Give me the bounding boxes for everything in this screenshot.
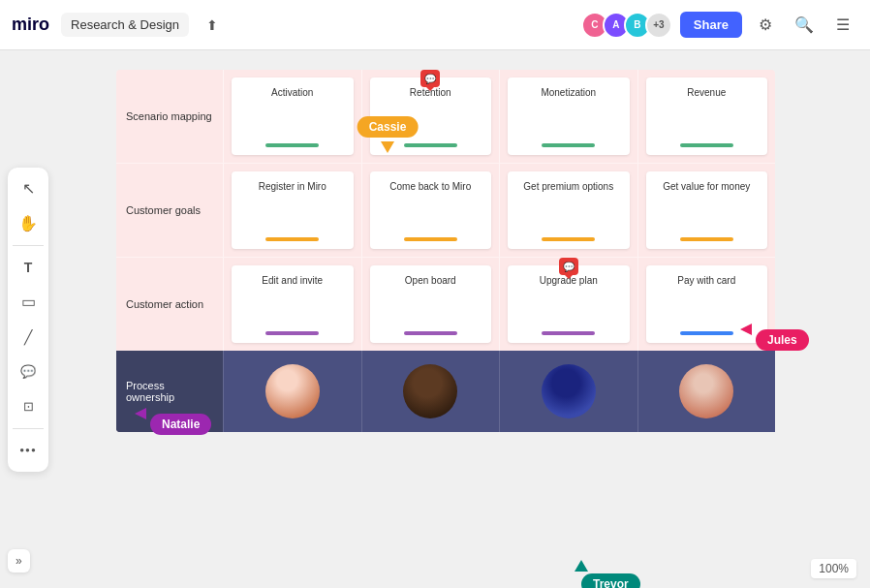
sticky-bar <box>542 331 595 335</box>
cell-action-1: Open board <box>361 258 500 351</box>
owner-avatar-1 <box>265 364 320 418</box>
sticky-tool[interactable]: ▭ <box>13 287 44 318</box>
cell-scenario-2: Monetization <box>499 70 637 163</box>
cursor-arrow-trevor <box>575 560 588 572</box>
row-customer-goals: Customer goals Register in Miro Come bac… <box>116 164 775 257</box>
sticky-edit[interactable]: Edit and invite <box>232 265 354 343</box>
settings-button[interactable]: ⚙ <box>750 10 781 41</box>
owner-avatar-3 <box>542 364 596 418</box>
comment-icon: 💬 <box>559 258 578 275</box>
sticky-revenue[interactable]: Revenue <box>646 77 768 155</box>
share-button[interactable]: Share <box>680 12 742 38</box>
menu-button[interactable]: ☰ <box>827 10 858 41</box>
cell-scenario-3: Revenue <box>637 70 776 163</box>
sticky-text: Register in Miro <box>259 181 326 192</box>
sticky-text: Get value for money <box>663 181 750 192</box>
owner-cell-2 <box>499 351 637 432</box>
owner-avatar-4 <box>679 364 733 418</box>
sticky-value[interactable]: Get value for money <box>646 171 768 249</box>
collaborators-avatars: C A B +3 <box>581 12 672 39</box>
cursor-label-natalie: Natalie <box>150 414 211 435</box>
cell-action-3: Pay with card <box>637 258 776 351</box>
cursor-label-cassie: Cassie <box>357 116 419 138</box>
canvas[interactable]: ↖ ✋ T ▭ ╱ 💬 ⊡ ●●● » Scenario mapping Act… <box>0 50 870 588</box>
cell-action-0: Edit and invite <box>223 258 361 351</box>
sticky-upgrade[interactable]: 💬 Upgrade plan <box>508 265 630 343</box>
sticky-text: Revenue <box>687 87 726 98</box>
board-title-button[interactable]: Research & Design <box>61 13 189 37</box>
cells-goals: Register in Miro Come back to Miro Get p… <box>223 164 775 257</box>
sticky-premium[interactable]: Get premium options <box>508 171 630 249</box>
sticky-register[interactable]: Register in Miro <box>232 171 354 249</box>
owner-cell-3 <box>637 351 776 432</box>
more-tools-button[interactable]: ●●● <box>13 435 44 466</box>
comment-icon: 💬 <box>420 70 440 87</box>
row-scenario-mapping: Scenario mapping Activation 💬 Retention <box>116 70 775 163</box>
cells-process <box>223 351 775 432</box>
left-toolbar: ↖ ✋ T ▭ ╱ 💬 ⊡ ●●● <box>8 168 48 472</box>
sticky-activation[interactable]: Activation <box>232 77 354 155</box>
row-process-ownership: Process ownership <box>116 351 775 432</box>
comment-tool[interactable]: 💬 <box>13 356 44 387</box>
sticky-bar <box>404 143 457 147</box>
sticky-comeback[interactable]: Come back to Miro <box>370 171 492 249</box>
sticky-openboard[interactable]: Open board <box>370 265 492 343</box>
row-label-scenario: Scenario mapping <box>116 70 223 163</box>
cursor-label-trevor: Trevor <box>581 573 640 588</box>
upload-button[interactable]: ⬆ <box>197 10 228 41</box>
row-label-goals: Customer goals <box>116 164 223 257</box>
cursor-arrow-cassie <box>381 141 394 153</box>
frame-tool[interactable]: ⊡ <box>13 391 44 422</box>
sticky-bar <box>680 237 733 241</box>
cells-action: Edit and invite Open board 💬 Up <box>223 258 775 351</box>
zoom-indicator: 100% <box>811 559 856 578</box>
sticky-text: Pay with card <box>677 275 735 286</box>
sticky-text: Monetization <box>541 87 596 98</box>
sticky-bar <box>680 143 733 147</box>
cursor-label-jules: Jules <box>756 329 809 351</box>
sticky-bar <box>680 331 733 335</box>
cursor-arrow-natalie <box>135 408 146 419</box>
toolbar-divider-1 <box>13 245 44 246</box>
sticky-text: Edit and invite <box>262 275 323 286</box>
sticky-bar <box>404 237 457 241</box>
cell-scenario-0: Activation <box>223 70 361 163</box>
text-tool[interactable]: T <box>13 252 44 283</box>
sticky-text: Come back to Miro <box>389 181 471 192</box>
panel-expand-button[interactable]: » <box>8 549 30 573</box>
sticky-bar <box>265 143 319 147</box>
cells-scenario: Activation 💬 Retention Monetiza <box>223 70 775 163</box>
row-label-action: Customer action <box>116 258 223 351</box>
sticky-monetization[interactable]: Monetization <box>508 77 630 155</box>
header-right: C A B +3 Share ⚙ 🔍 ☰ <box>581 10 858 41</box>
sticky-bar <box>542 143 595 147</box>
miro-logo: miro <box>12 15 49 35</box>
board-title-text: Research & Design <box>71 17 179 32</box>
cell-goals-0: Register in Miro <box>223 164 361 257</box>
cell-goals-1: Come back to Miro <box>361 164 500 257</box>
sticky-bar <box>404 331 457 335</box>
row-customer-action: Customer action Edit and invite Open boa… <box>116 258 775 351</box>
sticky-text: Get premium options <box>523 181 613 192</box>
toolbar-divider-2 <box>13 428 44 429</box>
hand-tool[interactable]: ✋ <box>13 208 44 239</box>
cell-action-2: 💬 Upgrade plan <box>499 258 637 351</box>
line-tool[interactable]: ╱ <box>13 322 44 353</box>
cell-goals-3: Get value for money <box>637 164 776 257</box>
header: miro Research & Design ⬆ C A B +3 Share … <box>0 0 870 50</box>
sticky-text: Open board <box>405 275 456 286</box>
sticky-text: Activation <box>271 87 313 98</box>
cursor-arrow-jules <box>740 324 752 335</box>
owner-avatar-2 <box>403 364 457 418</box>
cursor-tool[interactable]: ↖ <box>13 173 44 204</box>
owner-cell-1 <box>361 351 500 432</box>
board-content: Scenario mapping Activation 💬 Retention <box>116 70 775 432</box>
sticky-bar <box>542 237 595 241</box>
search-button[interactable]: 🔍 <box>789 10 820 41</box>
sticky-bar <box>265 237 319 241</box>
avatar-overflow[interactable]: +3 <box>645 12 672 39</box>
scenario-table: Scenario mapping Activation 💬 Retention <box>116 70 775 432</box>
owner-cell-0 <box>223 351 361 432</box>
sticky-bar <box>265 331 319 335</box>
cell-goals-2: Get premium options <box>499 164 637 257</box>
